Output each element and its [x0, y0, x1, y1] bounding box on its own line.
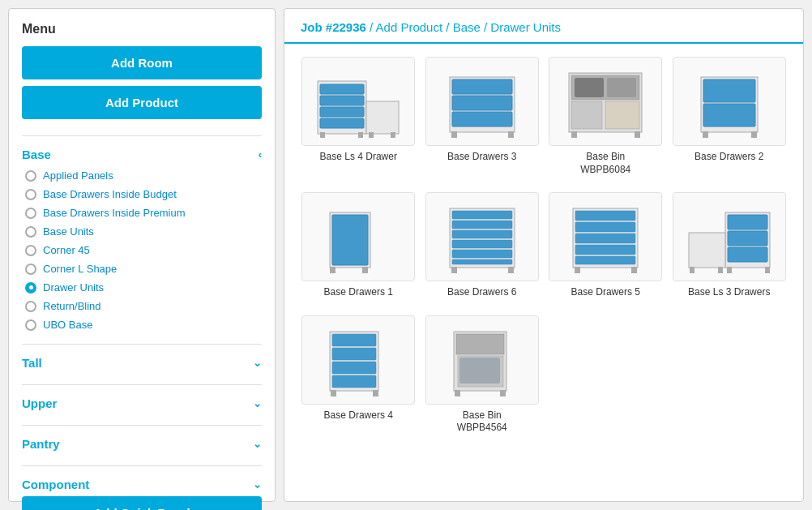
- svg-rect-5: [320, 118, 364, 128]
- product-image: [301, 192, 415, 281]
- radio-icon: [25, 319, 36, 331]
- product-card[interactable]: Base Drawers 1: [301, 192, 417, 299]
- tall-section-label: Tall: [22, 356, 42, 370]
- sidebar-item[interactable]: Base Drawers Inside Premium: [25, 204, 262, 222]
- component-section-header[interactable]: Component ⌄: [22, 473, 262, 496]
- svg-rect-53: [728, 231, 767, 246]
- svg-rect-46: [575, 245, 635, 255]
- svg-rect-45: [575, 234, 635, 243]
- tall-section-header[interactable]: Tall ⌄: [22, 351, 262, 375]
- add-quick-panel-button[interactable]: Add Quick Panel: [22, 496, 262, 510]
- svg-rect-30: [332, 215, 368, 265]
- svg-rect-44: [575, 222, 635, 232]
- sidebar-item[interactable]: Base Units: [25, 222, 262, 241]
- svg-rect-23: [635, 131, 640, 138]
- add-room-button[interactable]: Add Room: [22, 46, 262, 79]
- main-content: Job #22936 / Add Product / Base / Drawer…: [284, 8, 804, 502]
- product-card[interactable]: Base Drawers 2: [672, 57, 788, 176]
- product-card[interactable]: Base Bin WBPB4564: [425, 315, 541, 435]
- sidebar-item-label: Return/Blind: [43, 300, 101, 312]
- product-label: Base Bin WBPB4564: [457, 409, 507, 435]
- product-card[interactable]: Base Drawers 5: [548, 192, 664, 299]
- product-image: [301, 315, 415, 405]
- sidebar-item[interactable]: UBO Base: [25, 315, 262, 334]
- product-card[interactable]: Base Drawers 4: [301, 315, 417, 435]
- radio-icon: [25, 245, 36, 256]
- sidebar-item[interactable]: Drawer Units: [25, 278, 262, 297]
- product-image: [425, 315, 539, 405]
- base-section: Base ‹ Applied PanelsBase Drawers Inside…: [22, 135, 262, 334]
- product-label: Base Drawers 1: [324, 286, 393, 299]
- svg-rect-69: [459, 358, 500, 384]
- sidebar-item[interactable]: Corner 45: [25, 241, 262, 259]
- svg-rect-2: [320, 84, 364, 94]
- svg-rect-28: [751, 131, 757, 138]
- breadcrumb-separator: /: [366, 20, 376, 34]
- svg-rect-61: [332, 348, 376, 360]
- sidebar-item-label: Base Drawers Inside Budget: [43, 188, 177, 200]
- svg-rect-9: [391, 132, 395, 138]
- svg-rect-22: [571, 131, 577, 138]
- base-section-label: Base: [22, 148, 51, 161]
- svg-rect-48: [575, 267, 580, 273]
- product-image: [425, 192, 539, 281]
- product-card[interactable]: Base Drawers 6: [425, 192, 541, 299]
- product-label: Base Drawers 5: [571, 286, 640, 299]
- breadcrumb-job: Job #22936: [301, 20, 366, 34]
- component-section: Component ⌄: [22, 465, 262, 496]
- product-label: Base Bin WBPB6084: [580, 151, 630, 176]
- sidebar-item[interactable]: Base Drawers Inside Budget: [25, 185, 262, 204]
- radio-icon: [25, 226, 36, 238]
- sidebar-item[interactable]: Corner L Shape: [25, 259, 262, 278]
- sidebar-item[interactable]: Applied Panels: [25, 166, 262, 185]
- radio-icon: [25, 282, 36, 294]
- product-card[interactable]: Base Ls 3 Drawers: [672, 192, 788, 299]
- sidebar-item-label: Corner L Shape: [43, 263, 117, 275]
- base-nav-items: Applied PanelsBase Drawers Inside Budget…: [22, 166, 262, 334]
- pantry-chevron-icon: ⌄: [253, 438, 262, 450]
- product-card[interactable]: Base Bin WBPB6084: [548, 57, 664, 176]
- svg-rect-7: [358, 132, 363, 138]
- product-card[interactable]: Base Ls 4 Drawer: [301, 57, 417, 176]
- sidebar-item[interactable]: Return/Blind: [25, 297, 262, 315]
- component-section-label: Component: [22, 478, 89, 491]
- product-image: [673, 57, 786, 146]
- svg-rect-71: [500, 390, 506, 396]
- svg-rect-20: [571, 101, 602, 129]
- svg-rect-12: [452, 96, 512, 110]
- svg-rect-47: [575, 256, 635, 264]
- svg-rect-55: [690, 267, 694, 273]
- svg-rect-37: [452, 240, 512, 248]
- svg-rect-41: [508, 267, 514, 273]
- svg-rect-6: [320, 132, 325, 138]
- svg-rect-8: [369, 132, 374, 138]
- svg-rect-65: [373, 390, 378, 396]
- product-label: Base Drawers 2: [694, 151, 763, 164]
- svg-rect-58: [765, 267, 770, 273]
- product-image: [425, 57, 539, 146]
- pantry-section-header[interactable]: Pantry ⌄: [22, 432, 262, 456]
- product-label: Base Ls 4 Drawer: [320, 151, 397, 164]
- svg-rect-1: [366, 101, 399, 134]
- svg-rect-25: [703, 79, 755, 102]
- sidebar-item-label: Base Units: [43, 225, 94, 238]
- product-card[interactable]: Base Drawers 3: [425, 57, 541, 176]
- radio-icon: [25, 170, 36, 182]
- svg-rect-14: [451, 131, 457, 138]
- upper-section-header[interactable]: Upper ⌄: [22, 392, 262, 415]
- svg-rect-19: [607, 78, 636, 97]
- svg-rect-49: [631, 267, 637, 273]
- svg-rect-64: [331, 390, 336, 396]
- product-image: [549, 192, 662, 281]
- svg-rect-27: [703, 131, 708, 138]
- product-label: Base Drawers 3: [447, 151, 516, 164]
- svg-rect-38: [452, 250, 512, 258]
- add-product-button[interactable]: Add Product: [22, 86, 262, 119]
- base-section-header[interactable]: Base ‹: [22, 143, 262, 166]
- breadcrumb-path: Add Product / Base / Drawer Units: [376, 20, 561, 34]
- svg-rect-70: [455, 390, 460, 396]
- radio-icon: [25, 189, 36, 200]
- radio-icon: [25, 264, 36, 275]
- sidebar-item-label: UBO Base: [43, 319, 92, 331]
- svg-rect-63: [332, 375, 376, 388]
